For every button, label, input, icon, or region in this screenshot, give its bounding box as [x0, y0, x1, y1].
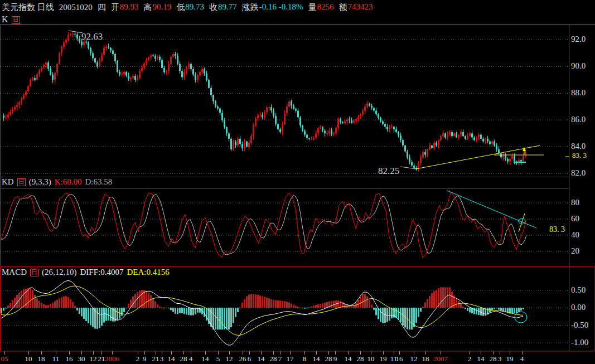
info-field-开: 开89.93: [111, 2, 139, 13]
info-field-额: 额743423: [339, 2, 373, 13]
macd-params: (26,12,10): [42, 268, 77, 277]
y-axis-label: 80: [571, 198, 579, 207]
period-badge-main[interactable]: 日: [12, 16, 20, 24]
instrument-title: 美元指数 日线: [2, 2, 54, 13]
info-field-label: 涨跌: [242, 2, 259, 13]
gridlines: [1, 203, 568, 251]
macd-dea-value: DEA:0.4156: [127, 268, 169, 277]
info-field-高: 高90.19: [144, 2, 172, 13]
info-field-value: -0.16 -0.18%: [259, 2, 303, 13]
main-panel-title: K: [2, 14, 8, 25]
y-axis-label: 0.50: [571, 285, 586, 295]
candles: [3, 32, 526, 172]
y-axis-label: 82.0: [571, 168, 586, 178]
kd-k-value: K:60.00: [55, 177, 82, 187]
annotation-label: 83. 3: [549, 225, 565, 234]
info-field-label: 收: [209, 2, 217, 13]
info-field-低: 低89.73: [176, 2, 204, 13]
uptrend-line[interactable]: [416, 145, 540, 169]
y-axis-label: 90.0: [571, 61, 586, 71]
arrow-head-icon: [523, 147, 526, 151]
info-field-收: 收89.77: [209, 2, 237, 13]
macd-panel-header: MACD 日 (26,12,10) DIFF:0.4007 DEA:0.4156: [2, 268, 170, 277]
info-field-label: 高: [144, 2, 152, 13]
kd-downtrend-line[interactable]: [447, 191, 536, 228]
info-field-value: 89.93: [120, 2, 139, 13]
macd-diff-value: DIFF:0.4007: [80, 268, 124, 277]
chart-app-window: { "window": {"width": 1067, "height": 65…: [0, 0, 595, 364]
gridlines: [1, 40, 568, 173]
date-label: 4: [513, 355, 531, 363]
y-axis-label: 86.0: [571, 115, 586, 124]
panel-borders: [0, 25, 595, 351]
macd-panel-title: MACD: [2, 268, 27, 277]
price-marker-label: 83. 3: [572, 152, 587, 159]
y-axis-label: 60: [571, 214, 579, 224]
period-badge-macd[interactable]: 日: [30, 269, 38, 276]
info-field-value: 89.73: [185, 2, 204, 13]
info-field-label: 开: [111, 2, 119, 13]
y-axis-label: -1.00: [571, 338, 588, 347]
info-field-量: 量8256: [308, 2, 334, 13]
y-axis-label: 88.0: [571, 88, 586, 98]
kd-d-value: D:63.58: [85, 177, 112, 187]
quote-weekday: 四: [98, 2, 106, 13]
info-bar: 美元指数 日线 20051020 四 开89.93高90.19低89.73收89…: [2, 2, 373, 13]
kd-lines: [1, 192, 526, 258]
info-field-label: 额: [339, 2, 347, 13]
kd-panel-title: KD: [2, 177, 14, 187]
period-badge-kd[interactable]: 日: [17, 178, 26, 186]
info-field-label: 量: [308, 2, 317, 13]
date-label: 2007: [432, 355, 449, 363]
y-axis-label: 20: [571, 246, 579, 256]
y-axis-label: -0.50: [571, 321, 588, 330]
y-axis-label: 92.0: [571, 35, 586, 44]
annotation-label: 82.25: [378, 166, 399, 177]
y-axis-label: 0.00: [571, 303, 586, 312]
kd-params: (9,3,3): [29, 177, 51, 187]
info-field-label: 低: [176, 2, 185, 13]
info-field-value: 90.19: [153, 2, 172, 13]
date-label: 05: [0, 355, 13, 363]
info-field-value: 8256: [317, 2, 334, 13]
kd-k-line: [1, 192, 526, 258]
y-axis-label: 84.0: [571, 142, 586, 151]
macd: [1, 280, 524, 345]
info-field-value: 743423: [348, 2, 373, 13]
annotations: [447, 191, 536, 232]
quote-fields: 开89.93高90.19低89.73收89.77涨跌-0.16 -0.18%量8…: [111, 2, 373, 13]
annotations: [69, 31, 544, 169]
y-axis-label: 40: [571, 230, 579, 240]
annotation-label: 92.63: [81, 32, 103, 42]
kd-panel-header: KD 日 (9,3,3) K:60.00 D:63.58: [2, 177, 112, 187]
info-field-value: 89.77: [218, 2, 237, 13]
date-label: 2006: [103, 355, 121, 363]
info-field-涨跌: 涨跌-0.16 -0.18%: [242, 2, 303, 13]
main-panel-header: K 日: [2, 14, 20, 25]
peak-marker-line[interactable]: [69, 31, 83, 33]
quote-date: 20051020: [59, 3, 93, 12]
